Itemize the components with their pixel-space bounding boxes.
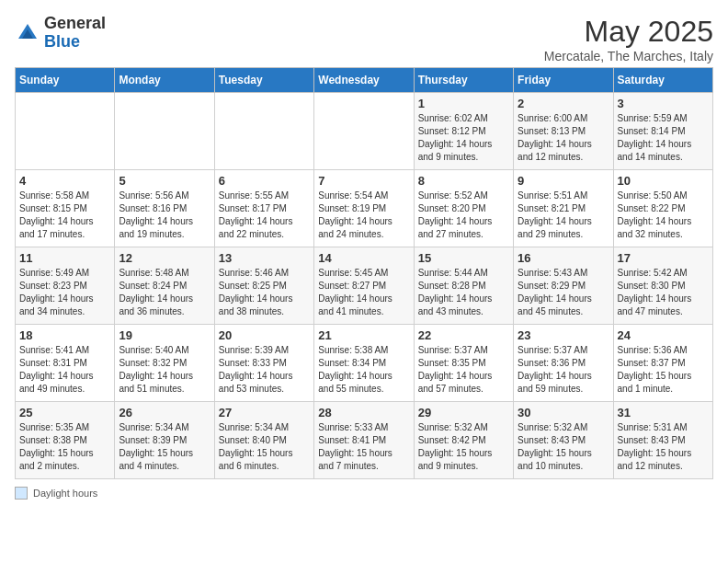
calendar-cell: 15Sunrise: 5:44 AM Sunset: 8:28 PM Dayli… bbox=[414, 247, 513, 325]
day-info: Sunrise: 5:49 AM Sunset: 8:23 PM Dayligh… bbox=[19, 267, 110, 318]
day-info: Sunrise: 5:54 AM Sunset: 8:19 PM Dayligh… bbox=[318, 190, 409, 241]
day-info: Sunrise: 5:55 AM Sunset: 8:17 PM Dayligh… bbox=[219, 190, 310, 241]
day-info: Sunrise: 5:51 AM Sunset: 8:21 PM Dayligh… bbox=[518, 190, 609, 241]
calendar-day-header: Tuesday bbox=[214, 68, 313, 93]
calendar-cell: 19Sunrise: 5:40 AM Sunset: 8:32 PM Dayli… bbox=[115, 325, 214, 402]
calendar-cell: 27Sunrise: 5:34 AM Sunset: 8:40 PM Dayli… bbox=[214, 402, 313, 479]
day-number: 11 bbox=[19, 251, 110, 265]
footer-label: Daylight hours bbox=[33, 488, 97, 499]
day-number: 29 bbox=[418, 406, 509, 419]
day-number: 9 bbox=[518, 174, 609, 188]
day-info: Sunrise: 5:37 AM Sunset: 8:35 PM Dayligh… bbox=[418, 344, 509, 396]
day-info: Sunrise: 5:39 AM Sunset: 8:33 PM Dayligh… bbox=[219, 344, 310, 396]
calendar-cell: 8Sunrise: 5:52 AM Sunset: 8:20 PM Daylig… bbox=[414, 170, 513, 247]
day-number: 5 bbox=[119, 174, 210, 188]
title-block: May 2025 Mercatale, The Marches, Italy bbox=[544, 15, 713, 63]
calendar-week-row: 25Sunrise: 5:35 AM Sunset: 8:38 PM Dayli… bbox=[16, 402, 713, 479]
day-info: Sunrise: 5:43 AM Sunset: 8:29 PM Dayligh… bbox=[518, 267, 609, 318]
day-number: 24 bbox=[618, 328, 709, 342]
calendar-cell: 17Sunrise: 5:42 AM Sunset: 8:30 PM Dayli… bbox=[613, 247, 712, 325]
calendar-cell bbox=[214, 93, 313, 170]
logo-general-text: General bbox=[44, 14, 106, 32]
day-info: Sunrise: 6:02 AM Sunset: 8:12 PM Dayligh… bbox=[418, 112, 509, 164]
calendar-day-header: Friday bbox=[514, 68, 613, 93]
calendar-cell: 22Sunrise: 5:37 AM Sunset: 8:35 PM Dayli… bbox=[414, 325, 513, 402]
day-info: Sunrise: 5:35 AM Sunset: 8:38 PM Dayligh… bbox=[19, 421, 110, 473]
day-number: 19 bbox=[119, 328, 210, 342]
day-info: Sunrise: 5:32 AM Sunset: 8:43 PM Dayligh… bbox=[518, 421, 609, 473]
footer-legend-box bbox=[15, 487, 28, 500]
calendar-cell: 20Sunrise: 5:39 AM Sunset: 8:33 PM Dayli… bbox=[214, 325, 313, 402]
day-number: 21 bbox=[318, 328, 409, 342]
calendar-cell: 10Sunrise: 5:50 AM Sunset: 8:22 PM Dayli… bbox=[613, 170, 712, 247]
day-info: Sunrise: 5:41 AM Sunset: 8:31 PM Dayligh… bbox=[19, 344, 110, 396]
calendar-cell: 23Sunrise: 5:37 AM Sunset: 8:36 PM Dayli… bbox=[514, 325, 613, 402]
day-info: Sunrise: 5:32 AM Sunset: 8:42 PM Dayligh… bbox=[418, 421, 509, 473]
day-number: 13 bbox=[219, 251, 310, 265]
day-number: 10 bbox=[618, 174, 709, 188]
day-number: 30 bbox=[518, 406, 609, 419]
footer: Daylight hours bbox=[15, 487, 713, 500]
calendar-week-row: 4Sunrise: 5:58 AM Sunset: 8:15 PM Daylig… bbox=[16, 170, 713, 247]
calendar-cell: 5Sunrise: 5:56 AM Sunset: 8:16 PM Daylig… bbox=[115, 170, 214, 247]
calendar-cell: 16Sunrise: 5:43 AM Sunset: 8:29 PM Dayli… bbox=[514, 247, 613, 325]
day-number: 14 bbox=[318, 251, 409, 265]
day-number: 23 bbox=[518, 328, 609, 342]
calendar-cell bbox=[16, 93, 115, 170]
calendar-day-header: Sunday bbox=[16, 68, 115, 93]
calendar-cell: 13Sunrise: 5:46 AM Sunset: 8:25 PM Dayli… bbox=[214, 247, 313, 325]
calendar-day-header: Wednesday bbox=[314, 68, 414, 93]
calendar-cell: 2Sunrise: 6:00 AM Sunset: 8:13 PM Daylig… bbox=[514, 93, 613, 170]
calendar-cell bbox=[115, 93, 214, 170]
day-info: Sunrise: 5:34 AM Sunset: 8:39 PM Dayligh… bbox=[119, 421, 210, 473]
day-number: 3 bbox=[618, 97, 709, 110]
day-info: Sunrise: 6:00 AM Sunset: 8:13 PM Dayligh… bbox=[518, 112, 609, 164]
day-number: 25 bbox=[19, 406, 110, 419]
calendar-cell: 24Sunrise: 5:36 AM Sunset: 8:37 PM Dayli… bbox=[613, 325, 712, 402]
day-info: Sunrise: 5:36 AM Sunset: 8:37 PM Dayligh… bbox=[618, 344, 709, 396]
calendar-cell: 31Sunrise: 5:31 AM Sunset: 8:43 PM Dayli… bbox=[613, 402, 712, 479]
day-info: Sunrise: 5:37 AM Sunset: 8:36 PM Dayligh… bbox=[518, 344, 609, 396]
day-number: 4 bbox=[19, 174, 110, 188]
day-number: 6 bbox=[219, 174, 310, 188]
day-info: Sunrise: 5:48 AM Sunset: 8:24 PM Dayligh… bbox=[119, 267, 210, 318]
day-number: 15 bbox=[418, 251, 509, 265]
calendar-table: SundayMondayTuesdayWednesdayThursdayFrid… bbox=[15, 67, 713, 479]
day-number: 17 bbox=[618, 251, 709, 265]
calendar-week-row: 18Sunrise: 5:41 AM Sunset: 8:31 PM Dayli… bbox=[16, 325, 713, 402]
day-info: Sunrise: 5:31 AM Sunset: 8:43 PM Dayligh… bbox=[618, 421, 709, 473]
day-info: Sunrise: 5:45 AM Sunset: 8:27 PM Dayligh… bbox=[318, 267, 409, 318]
day-number: 2 bbox=[518, 97, 609, 110]
subtitle: Mercatale, The Marches, Italy bbox=[544, 49, 713, 63]
calendar-cell: 14Sunrise: 5:45 AM Sunset: 8:27 PM Dayli… bbox=[314, 247, 414, 325]
day-number: 16 bbox=[518, 251, 609, 265]
calendar-cell: 21Sunrise: 5:38 AM Sunset: 8:34 PM Dayli… bbox=[314, 325, 414, 402]
day-number: 20 bbox=[219, 328, 310, 342]
calendar-cell: 9Sunrise: 5:51 AM Sunset: 8:21 PM Daylig… bbox=[514, 170, 613, 247]
calendar-cell: 12Sunrise: 5:48 AM Sunset: 8:24 PM Dayli… bbox=[115, 247, 214, 325]
calendar-cell: 1Sunrise: 6:02 AM Sunset: 8:12 PM Daylig… bbox=[414, 93, 513, 170]
logo: General Blue bbox=[15, 15, 106, 52]
day-info: Sunrise: 5:38 AM Sunset: 8:34 PM Dayligh… bbox=[318, 344, 409, 396]
calendar-day-header: Thursday bbox=[414, 68, 513, 93]
main-title: May 2025 bbox=[544, 15, 713, 49]
calendar-cell bbox=[314, 93, 414, 170]
day-info: Sunrise: 5:46 AM Sunset: 8:25 PM Dayligh… bbox=[219, 267, 310, 318]
page-container: General Blue May 2025 Mercatale, The Mar… bbox=[15, 15, 713, 500]
logo-icon bbox=[15, 20, 40, 46]
day-info: Sunrise: 5:40 AM Sunset: 8:32 PM Dayligh… bbox=[119, 344, 210, 396]
day-number: 27 bbox=[219, 406, 310, 419]
calendar-cell: 6Sunrise: 5:55 AM Sunset: 8:17 PM Daylig… bbox=[214, 170, 313, 247]
day-number: 18 bbox=[19, 328, 110, 342]
day-info: Sunrise: 5:34 AM Sunset: 8:40 PM Dayligh… bbox=[219, 421, 310, 473]
calendar-cell: 7Sunrise: 5:54 AM Sunset: 8:19 PM Daylig… bbox=[314, 170, 414, 247]
day-number: 12 bbox=[119, 251, 210, 265]
day-info: Sunrise: 5:44 AM Sunset: 8:28 PM Dayligh… bbox=[418, 267, 509, 318]
calendar-cell: 3Sunrise: 5:59 AM Sunset: 8:14 PM Daylig… bbox=[613, 93, 712, 170]
day-info: Sunrise: 5:59 AM Sunset: 8:14 PM Dayligh… bbox=[618, 112, 709, 164]
day-info: Sunrise: 5:50 AM Sunset: 8:22 PM Dayligh… bbox=[618, 190, 709, 241]
calendar-cell: 11Sunrise: 5:49 AM Sunset: 8:23 PM Dayli… bbox=[16, 247, 115, 325]
calendar-day-header: Monday bbox=[115, 68, 214, 93]
calendar-week-row: 11Sunrise: 5:49 AM Sunset: 8:23 PM Dayli… bbox=[16, 247, 713, 325]
day-number: 28 bbox=[318, 406, 409, 419]
